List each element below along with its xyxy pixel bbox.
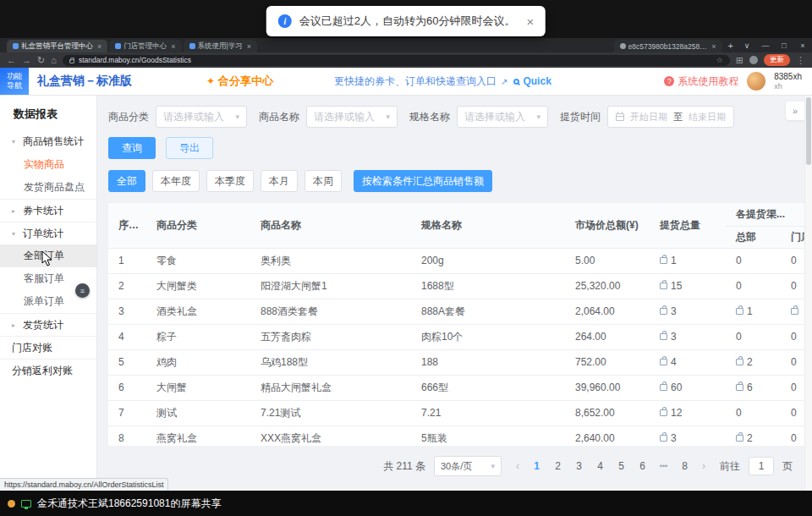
close-window-button[interactable]: × <box>793 41 812 50</box>
cell-spec: 200g <box>411 248 565 273</box>
page-5[interactable]: 5 <box>612 460 631 472</box>
home-icon[interactable]: ⌂ <box>51 56 57 65</box>
cell-store: 0 <box>781 273 804 299</box>
cell-category: 大闸蟹 <box>146 375 250 400</box>
sidebar-item-goods-sales-stats[interactable]: ▾ 商品销售统计 <box>0 130 96 153</box>
goto-suffix: 页 <box>782 459 793 474</box>
sidebar-item-order-stats[interactable]: ▾ 订单统计 <box>0 222 96 244</box>
sidebar-collapse-handle[interactable]: ≡ <box>75 283 90 298</box>
filter-spec: 规格名称 请选择或输入 ▾ <box>409 106 548 128</box>
browser-tab-2[interactable]: 门店管理中心 × <box>109 40 181 52</box>
cell-seq: 5 <box>108 349 146 375</box>
goto-page-input[interactable] <box>749 457 774 475</box>
search-button[interactable]: 查询 <box>108 137 156 159</box>
sidebar-item-all-orders[interactable]: 全部订单 <box>0 244 96 267</box>
export-button[interactable]: 导出 <box>166 137 213 159</box>
sidebar-item-distribution-rebate[interactable]: 分销返利对账 <box>0 359 96 382</box>
cell-store: 0 <box>781 349 804 375</box>
summary-button[interactable]: 按检索条件汇总商品销售额 <box>354 170 492 192</box>
sidebar-item-physical-goods[interactable]: 实物商品 <box>0 153 96 176</box>
prev-page-button[interactable]: ‹ <box>510 460 525 472</box>
page-3[interactable]: 3 <box>569 460 589 472</box>
browser-tab-3[interactable]: 系统使用|学习 × <box>184 40 257 52</box>
sidebar-item-coupon-stats[interactable]: ▸ 券卡统计 <box>0 199 96 222</box>
forward-icon[interactable]: → <box>22 56 31 65</box>
pickup-bag-icon <box>736 384 743 391</box>
chevron-right-icon: ▸ <box>12 321 19 329</box>
tab-favicon <box>13 43 19 49</box>
cell-spec: 666型 <box>411 375 565 400</box>
avatar[interactable] <box>747 72 765 91</box>
pickup-bag-icon <box>660 384 667 391</box>
tutorial-label: 系统使用教程 <box>678 74 738 89</box>
url-field[interactable]: standard.maboy.cn/GoodsStatistics ☆ <box>63 55 730 66</box>
main-content: 商品分类 请选择或输入 ▾ 商品名称 请选择或输入 ▾ 规格名称 <box>97 96 804 491</box>
collapse-filters-button[interactable]: » <box>786 102 804 120</box>
cell-seq: 7 <box>108 400 146 425</box>
browser-tab-4[interactable]: e8c573980b1328a258fd2e64 × <box>614 40 722 52</box>
page-size-select[interactable]: 30条/页 ▾ <box>434 456 502 476</box>
page-8[interactable]: 8 <box>675 460 694 472</box>
date-range-picker[interactable]: 开始日期 至 结束日期 <box>607 106 734 128</box>
cell-pickup: 3 <box>650 299 726 324</box>
reload-icon[interactable]: ↻ <box>37 56 45 65</box>
pickup-bag-icon <box>660 409 667 416</box>
tab-close-icon[interactable]: × <box>247 42 251 51</box>
category-select[interactable]: 请选择或输入 ▾ <box>156 106 247 128</box>
browser-address-bar: ← → ↻ ⌂ standard.maboy.cn/GoodsStatistic… <box>0 52 812 68</box>
cell-category: 鸡肉 <box>146 349 250 375</box>
pickup-bag-icon <box>660 359 667 365</box>
new-tab-button[interactable]: + <box>728 41 733 51</box>
tutorial-link[interactable]: ? 系统使用教程 <box>664 74 738 89</box>
bookmark-star-icon[interactable]: ☆ <box>716 56 723 64</box>
profile-icon[interactable] <box>749 56 758 64</box>
select-placeholder: 请选择或输入 <box>464 110 525 124</box>
tab-this-year[interactable]: 本年度 <box>152 170 200 192</box>
table-row: 2 大闸蟹类 阳澄湖大闸蟹1 1688型 25,320.00 15 0 0 <box>108 273 804 299</box>
sidebar-item-store-reconciliation[interactable]: 门店对账 <box>0 336 96 359</box>
tab-this-quarter[interactable]: 本季度 <box>206 170 254 192</box>
tab-close-icon[interactable]: × <box>711 42 716 51</box>
back-icon[interactable]: ← <box>7 56 16 65</box>
cell-hq: 0 <box>726 400 781 425</box>
browser-tab-1[interactable]: 礼盒营销平台管理中心 × <box>7 40 107 52</box>
function-nav-button[interactable]: 功能导航 <box>0 68 29 95</box>
scrollbar-thumb[interactable] <box>806 97 811 165</box>
maximize-button[interactable]: □ <box>775 41 793 50</box>
filter-row: 商品分类 请选择或输入 ▾ 商品名称 请选择或输入 ▾ 规格名称 <box>108 106 804 128</box>
page-1[interactable]: 1 <box>527 460 546 472</box>
sidebar-item-shipping-stats[interactable]: ▸ 发货统计 <box>0 313 96 336</box>
cell-price: 2,064.00 <box>565 299 650 324</box>
spec-select[interactable]: 请选择或输入 ▾ <box>457 106 548 128</box>
tab-this-month[interactable]: 本月 <box>261 170 298 192</box>
tab-all[interactable]: 全部 <box>108 170 145 192</box>
recording-dot-icon <box>8 500 15 508</box>
toast-close-icon[interactable]: × <box>526 14 534 29</box>
header-right: ? 系统使用教程 8385xh xh <box>664 72 812 91</box>
menu-icon: ≡ <box>80 287 85 295</box>
date-start-placeholder: 开始日期 <box>630 111 667 124</box>
cell-hq: 0 <box>726 273 781 299</box>
tab-search-icon[interactable]: ∨ <box>738 41 756 50</box>
cell-pickup: 15 <box>650 273 726 299</box>
quick-search-button[interactable]: Quick <box>513 75 551 87</box>
sidebar-item-shipment-inventory[interactable]: 发货商品盘点 <box>0 176 96 199</box>
minimize-button[interactable]: — <box>756 41 775 50</box>
extensions-icon[interactable]: ⊞ <box>736 56 743 65</box>
page-4[interactable]: 4 <box>590 460 610 472</box>
page-6[interactable]: 6 <box>633 460 652 472</box>
next-page-button[interactable]: › <box>696 460 711 472</box>
search-icon <box>513 79 519 85</box>
tab-this-week[interactable]: 本周 <box>304 170 342 192</box>
browser-menu-icon[interactable]: ⋮ <box>796 56 805 65</box>
chrome-update-button[interactable]: 更新 <box>764 54 790 65</box>
chevron-down-icon: ▾ <box>491 462 495 470</box>
share-center-link[interactable]: ✦ 合分享中心 <box>206 74 273 89</box>
page-2[interactable]: 2 <box>548 460 568 472</box>
name-select[interactable]: 请选择或输入 ▾ <box>306 106 398 128</box>
pager-ellipsis-icon[interactable]: ••• <box>654 462 673 470</box>
user-subname: xh <box>774 82 802 91</box>
tab-close-icon[interactable]: × <box>97 42 102 51</box>
tab-close-icon[interactable]: × <box>171 42 175 51</box>
cell-hq: 6 <box>726 375 781 400</box>
